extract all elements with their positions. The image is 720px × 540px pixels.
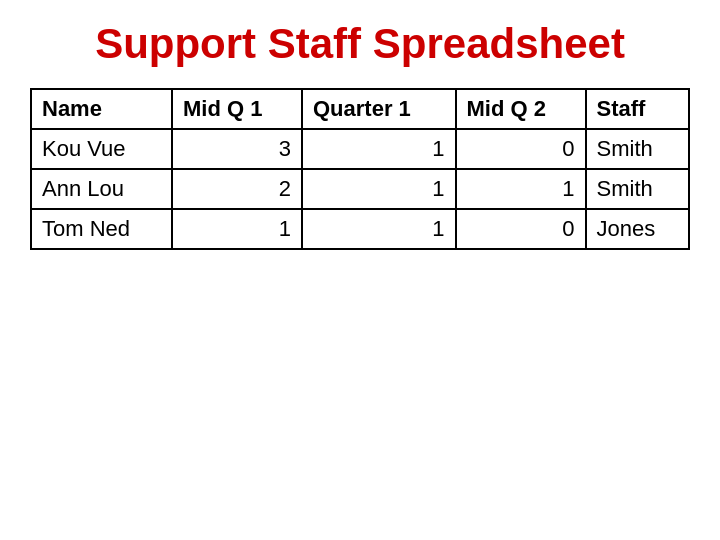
col-header-name: Name (31, 89, 172, 129)
col-header-quarter1: Quarter 1 (302, 89, 456, 129)
table-row: Ann Lou211Smith (31, 169, 689, 209)
cell-staff: Smith (586, 129, 689, 169)
cell-mid-q1: 3 (172, 129, 302, 169)
cell-name: Ann Lou (31, 169, 172, 209)
cell-mid-q2: 0 (456, 209, 586, 249)
col-header-mid-q2: Mid Q 2 (456, 89, 586, 129)
table-row: Tom Ned110Jones (31, 209, 689, 249)
cell-quarter1: 1 (302, 209, 456, 249)
cell-mid-q2: 0 (456, 129, 586, 169)
cell-quarter1: 1 (302, 129, 456, 169)
cell-name: Kou Vue (31, 129, 172, 169)
spreadsheet-table: Name Mid Q 1 Quarter 1 Mid Q 2 Staff Kou… (30, 88, 690, 250)
table-row: Kou Vue310Smith (31, 129, 689, 169)
page-title: Support Staff Spreadsheet (30, 20, 690, 68)
cell-staff: Jones (586, 209, 689, 249)
page-container: Support Staff Spreadsheet Name Mid Q 1 Q… (0, 0, 720, 540)
col-header-mid-q1: Mid Q 1 (172, 89, 302, 129)
cell-name: Tom Ned (31, 209, 172, 249)
cell-quarter1: 1 (302, 169, 456, 209)
cell-mid-q2: 1 (456, 169, 586, 209)
cell-mid-q1: 2 (172, 169, 302, 209)
table-header-row: Name Mid Q 1 Quarter 1 Mid Q 2 Staff (31, 89, 689, 129)
cell-mid-q1: 1 (172, 209, 302, 249)
cell-staff: Smith (586, 169, 689, 209)
col-header-staff: Staff (586, 89, 689, 129)
